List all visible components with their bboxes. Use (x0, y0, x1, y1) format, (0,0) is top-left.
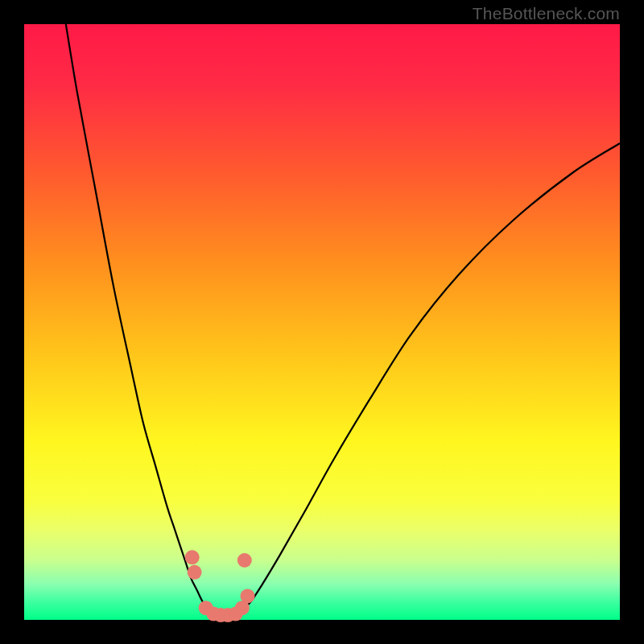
outer-frame: TheBottleneck.com (0, 0, 644, 644)
data-point (185, 550, 200, 564)
data-point (237, 553, 252, 568)
data-point (188, 565, 202, 580)
plot-area (24, 24, 620, 620)
attribution-label: TheBottleneck.com (473, 4, 620, 23)
curve-right-branch (238, 143, 620, 614)
chart-svg (24, 24, 620, 620)
data-point (241, 588, 255, 603)
curve-left-branch (66, 24, 215, 614)
